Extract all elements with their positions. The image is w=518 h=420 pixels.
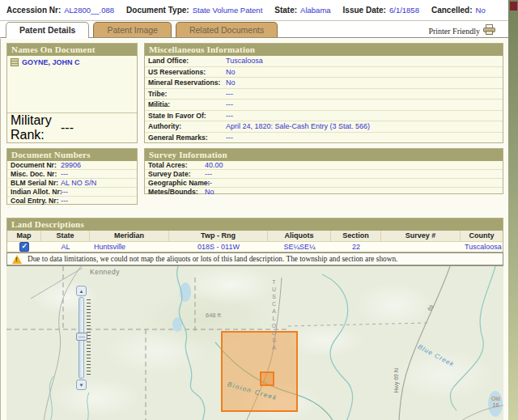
- general-remarks-row: General Remarks: ---: [145, 132, 503, 143]
- misc-doc-nr-value: ---: [61, 170, 68, 178]
- cancelled-label: Cancelled:: [431, 6, 473, 15]
- map-label-tuscaloosa: TUSCALOOSA: [271, 279, 277, 352]
- total-acres-label: Total Acres:: [148, 161, 205, 169]
- map-checkbox[interactable]: [19, 242, 29, 252]
- zoom-slider-handle[interactable]: [76, 333, 87, 341]
- misc-panel-title: Miscellaneous Information: [145, 44, 503, 56]
- tab-patent-details[interactable]: Patent Details: [6, 22, 89, 38]
- blm-serial-nr-label: BLM Serial Nr:: [11, 179, 61, 187]
- col-survey-nr: Survey #: [381, 231, 461, 241]
- section-highlight: [260, 371, 274, 386]
- map-limitation-warning: Due to data limitations, we could not ma…: [6, 252, 503, 265]
- accession-bar: Accession Nr: AL2800__.088 Document Type…: [0, 0, 508, 21]
- aliquots-cell: SE¼SE¼: [268, 242, 331, 252]
- map-label-kennedy: Kennedy: [90, 268, 120, 276]
- state-label: State:: [274, 6, 297, 15]
- document-nr-row: Document Nr: 29906: [7, 161, 137, 169]
- warning-text: Due to data limitations, we could not ma…: [28, 255, 397, 263]
- militia-value: ---: [226, 100, 233, 108]
- col-aliquots: Aliquots: [268, 231, 331, 241]
- mineral-reservations-label: Mineral Reservations:: [148, 78, 226, 87]
- metes-bounds-row: Metes/Bounds: No: [145, 187, 503, 196]
- doctype-label: Document Type:: [126, 6, 189, 15]
- land-office-row: Land Office: Tuscaloosa: [145, 56, 503, 66]
- patentee-name-link[interactable]: GOYNE, JOHN C: [11, 58, 134, 66]
- metes-bounds-label: Metes/Bounds:: [148, 188, 205, 196]
- state-field: State: Alabama: [274, 6, 330, 15]
- general-remarks-value: ---: [226, 134, 233, 142]
- survey-date-value: ---: [205, 170, 212, 178]
- state-in-favor-value: ---: [226, 112, 233, 120]
- cancelled-field: Cancelled: No: [431, 6, 486, 15]
- coal-entry-nr-label: Coal Entry. Nr:: [11, 197, 61, 205]
- misc-rows: Land Office: Tuscaloosa US Reservations:…: [145, 56, 503, 142]
- militia-label: Militia:: [148, 100, 226, 108]
- state-cell: AL: [41, 242, 90, 252]
- meridian-cell: Huntsville: [90, 242, 169, 252]
- twp-rng-cell: 018S - 011W: [169, 242, 268, 252]
- cancelled-value: No: [476, 6, 486, 15]
- doctype-field: Document Type: State Volume Patent: [126, 6, 262, 15]
- us-reservations-row: US Reservations: No: [145, 66, 503, 78]
- land-table-header-row: Map State Meridian Twp - Rng Aliquots Se…: [7, 231, 503, 241]
- section-cell: 22: [331, 242, 381, 252]
- township-highlight: [221, 331, 298, 412]
- geographic-name-value: ---: [205, 179, 212, 187]
- survey-date-label: Survey Date:: [148, 170, 205, 178]
- col-map: Map: [7, 231, 41, 241]
- printer-friendly-link[interactable]: Printer Friendly: [428, 23, 495, 38]
- coal-entry-nr-value: ---: [61, 197, 68, 205]
- accession-label: Accession Nr:: [6, 6, 61, 15]
- indian-allot-nr-row: Indian Allot. Nr: ---: [7, 187, 137, 196]
- printer-friendly-label: Printer Friendly: [428, 27, 480, 36]
- doctype-value: State Volume Patent: [193, 6, 263, 15]
- survey-information-title: Survey Information: [145, 149, 503, 161]
- names-panel-title: Names On Document: [7, 44, 137, 56]
- window-edge-strip: [508, 0, 518, 420]
- accession-value: AL2800__.088: [64, 6, 114, 15]
- tab-patent-image[interactable]: Patent Image: [93, 22, 171, 37]
- tribe-label: Tribe:: [148, 90, 226, 98]
- window-corner-accent: [510, 2, 517, 11]
- mineral-reservations-value: No: [226, 78, 236, 87]
- county-cell: Tuscaloosa: [461, 242, 503, 252]
- state-in-favor-row: State In Favor Of: ---: [145, 110, 503, 121]
- indian-allot-nr-label: Indian Allot. Nr:: [11, 188, 61, 196]
- total-acres-row: Total Acres: 40.00: [145, 161, 503, 169]
- survey-information-panel: Survey Information Total Acres: 40.00 Su…: [144, 148, 503, 194]
- printer-icon: [483, 23, 495, 38]
- document-numbers-panel: Document Numbers Document Nr: 29906 Misc…: [6, 148, 138, 205]
- land-descriptions-table: Map State Meridian Twp - Rng Aliquots Se…: [7, 231, 503, 252]
- military-rank-row: Military Rank: ---: [7, 112, 137, 142]
- general-remarks-label: General Remarks:: [148, 134, 226, 142]
- issue-date-value: 6/1/1858: [389, 6, 419, 15]
- us-reservations-label: US Reservations:: [148, 68, 226, 76]
- document-nr-label: Document Nr:: [11, 161, 61, 169]
- tab-strip: Patent Details Patent Image Related Docu…: [0, 21, 508, 38]
- tab-related-documents[interactable]: Related Documents: [176, 22, 278, 37]
- survey-nr-cell: [381, 242, 461, 252]
- land-description-map[interactable]: Kennedy TUSCALOOSA 648 ft Binion Creek B…: [6, 265, 503, 420]
- map-cell: [7, 242, 41, 252]
- mineral-reservations-row: Mineral Reservations: No: [145, 77, 503, 88]
- map-zoom-slider: ▲ ▼: [76, 286, 92, 391]
- authority-row: Authority: April 24, 1820: Sale-Cash Ent…: [145, 121, 503, 132]
- col-section: Section: [331, 231, 381, 241]
- document-numbers-rows: Document Nr: 29906 Misc. Doc. Nr: --- BL…: [7, 161, 137, 205]
- misc-doc-nr-row: Misc. Doc. Nr: ---: [7, 169, 137, 178]
- blm-serial-nr-value: AL NO S/N: [61, 179, 96, 187]
- authority-label: Authority:: [148, 122, 226, 130]
- state-in-favor-label: State In Favor Of:: [148, 112, 226, 120]
- zoom-in-button[interactable]: ▲: [76, 286, 87, 296]
- col-meridian: Meridian: [90, 231, 169, 241]
- authority-value: April 24, 1820: Sale-Cash Entry (3 Stat.…: [226, 122, 370, 130]
- names-on-document-panel: Names On Document GOYNE, JOHN C Military…: [6, 43, 138, 143]
- geographic-name-row: Geographic Name: ---: [145, 178, 503, 187]
- indian-allot-nr-value: ---: [61, 188, 68, 196]
- warning-icon: [12, 255, 22, 264]
- zoom-out-button[interactable]: ▼: [76, 380, 87, 390]
- coal-entry-nr-row: Coal Entry. Nr: ---: [7, 196, 137, 205]
- miscellaneous-information-panel: Miscellaneous Information Land Office: T…: [144, 43, 503, 143]
- military-rank-value: ---: [61, 121, 74, 135]
- map-label-elevation: 648 ft: [206, 312, 221, 319]
